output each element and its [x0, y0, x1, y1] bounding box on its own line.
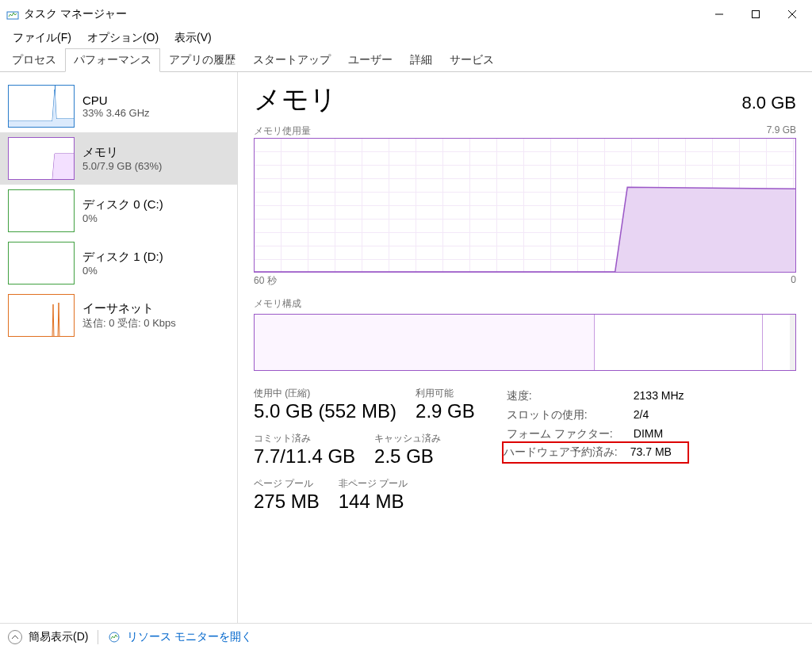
- tab-app-history[interactable]: アプリの履歴: [160, 48, 244, 72]
- sidebar-cpu-detail: 33% 3.46 GHz: [82, 107, 150, 119]
- usage-label: メモリ使用量: [254, 124, 311, 138]
- tab-services[interactable]: サービス: [441, 48, 503, 72]
- memory-composition-bar: [254, 314, 796, 371]
- resource-monitor-icon: [108, 631, 121, 643]
- side-panel: CPU 33% 3.46 GHz メモリ 5.0/7.9 GB (63%) ディ…: [0, 72, 238, 623]
- sidebar-ethernet-name: イーサネット: [82, 301, 176, 316]
- compseg-hw-reserved: [790, 315, 795, 370]
- sidebar-item-memory[interactable]: メモリ 5.0/7.9 GB (63%): [0, 132, 237, 185]
- svg-rect-2: [753, 11, 760, 18]
- sidebar-cpu-name: CPU: [82, 94, 150, 107]
- hw-reserved-row-highlight: ハードウェア予約済み: 73.7 MB: [502, 441, 689, 464]
- open-resource-monitor-link[interactable]: リソース モニターを開く: [127, 630, 252, 644]
- memory-usage-chart: [254, 138, 796, 273]
- hw-value: 73.7 MB: [630, 445, 672, 460]
- divider: [98, 630, 98, 644]
- in-use-value: 5.0 GB (552 MB): [254, 400, 396, 422]
- sidebar-item-cpu[interactable]: CPU 33% 3.46 GHz: [0, 80, 237, 132]
- cpu-thumb-icon: [8, 85, 75, 128]
- window-controls: [701, 2, 810, 26]
- close-button[interactable]: [774, 2, 810, 26]
- usage-max: 7.9 GB: [767, 124, 796, 138]
- tab-processes[interactable]: プロセス: [3, 48, 65, 72]
- memory-thumb-icon: [8, 137, 75, 180]
- sidebar-disk0-name: ディスク 0 (C:): [82, 197, 163, 212]
- speed-key: 速度:: [507, 389, 634, 403]
- in-use-label: 使用中 (圧縮): [254, 387, 396, 400]
- disk0-thumb-icon: [8, 189, 75, 232]
- nonpaged-label: 非ページ プール: [339, 477, 408, 491]
- minimize-button[interactable]: [701, 2, 737, 26]
- chart-y-labels: メモリ使用量 7.9 GB: [254, 124, 796, 138]
- main-panel: メモリ 8.0 GB メモリ使用量 7.9 GB 60 秒 0 メモリ構成: [238, 72, 812, 623]
- hw-key: ハードウェア予約済み:: [504, 445, 630, 460]
- menu-options[interactable]: オプション(O): [79, 29, 167, 47]
- sidebar-memory-detail: 5.0/7.9 GB (63%): [82, 160, 162, 172]
- ethernet-thumb-icon: [8, 294, 75, 337]
- sidebar-item-disk0[interactable]: ディスク 0 (C:) 0%: [0, 185, 237, 237]
- menu-bar: ファイル(F) オプション(O) 表示(V): [0, 29, 812, 48]
- maximize-button[interactable]: [737, 2, 774, 26]
- sidebar-memory-name: メモリ: [82, 145, 162, 160]
- sidebar-item-ethernet[interactable]: イーサネット 送信: 0 受信: 0 Kbps: [0, 289, 237, 342]
- fewer-details-button[interactable]: 簡易表示(D): [29, 630, 88, 644]
- sidebar-item-disk1[interactable]: ディスク 1 (D:) 0%: [0, 237, 237, 289]
- property-table: 速度: 2133 MHz スロットの使用: 2/4 フォーム ファクター: DI…: [507, 387, 684, 513]
- app-icon: [6, 8, 19, 21]
- form-value: DIMM: [634, 427, 663, 441]
- sidebar-disk1-name: ディスク 1 (D:): [82, 250, 163, 265]
- speed-value: 2133 MHz: [634, 389, 684, 403]
- cached-label: キャッシュ済み: [374, 432, 441, 445]
- slots-value: 2/4: [634, 408, 649, 422]
- body: CPU 33% 3.46 GHz メモリ 5.0/7.9 GB (63%) ディ…: [0, 72, 812, 623]
- memory-header: メモリ 8.0 GB: [254, 82, 796, 118]
- menu-view[interactable]: 表示(V): [167, 29, 220, 47]
- page-title: メモリ: [254, 82, 337, 118]
- compseg-standby: [595, 315, 763, 370]
- tab-users[interactable]: ユーザー: [339, 48, 401, 72]
- available-label: 利用可能: [416, 387, 475, 400]
- composition-label: メモリ構成: [254, 297, 796, 311]
- sidebar-ethernet-detail: 送信: 0 受信: 0 Kbps: [82, 316, 176, 330]
- tab-performance[interactable]: パフォーマンス: [65, 48, 160, 72]
- compseg-in-use: [255, 315, 595, 370]
- memory-total: 8.0 GB: [742, 93, 796, 113]
- svg-rect-0: [7, 12, 18, 19]
- compseg-free: [763, 315, 790, 370]
- cached-value: 2.5 GB: [374, 445, 441, 468]
- status-bar: 簡易表示(D) リソース モニターを開く: [0, 623, 812, 650]
- title-bar: タスク マネージャー: [0, 0, 812, 29]
- sidebar-disk1-detail: 0%: [82, 265, 163, 277]
- paged-value: 275 MB: [254, 491, 320, 513]
- paged-label: ページ プール: [254, 477, 320, 491]
- x-left: 60 秒: [254, 274, 277, 288]
- x-right: 0: [791, 274, 796, 288]
- chevron-up-icon[interactable]: [8, 630, 22, 644]
- committed-value: 7.7/11.4 GB: [254, 445, 355, 468]
- chart-x-labels: 60 秒 0: [254, 274, 796, 288]
- stats-area: 使用中 (圧縮) 5.0 GB (552 MB) 利用可能 2.9 GB コミッ…: [254, 387, 796, 513]
- tab-startup[interactable]: スタートアップ: [244, 48, 339, 72]
- committed-label: コミット済み: [254, 432, 355, 445]
- slots-key: スロットの使用:: [507, 408, 634, 422]
- form-key: フォーム ファクター:: [507, 427, 634, 441]
- nonpaged-value: 144 MB: [339, 491, 408, 513]
- menu-file[interactable]: ファイル(F): [5, 29, 79, 47]
- available-value: 2.9 GB: [416, 400, 475, 422]
- window-title: タスク マネージャー: [24, 7, 701, 21]
- sidebar-disk0-detail: 0%: [82, 212, 163, 224]
- disk1-thumb-icon: [8, 242, 75, 284]
- tab-details[interactable]: 詳細: [401, 48, 441, 72]
- tab-bar: プロセス パフォーマンス アプリの履歴 スタートアップ ユーザー 詳細 サービス: [0, 48, 812, 72]
